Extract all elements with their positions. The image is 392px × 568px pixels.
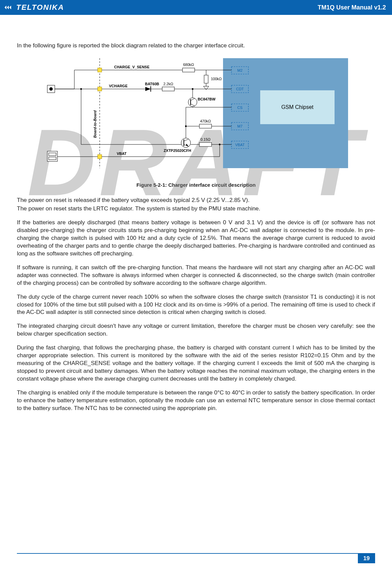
svg-rect-52: [199, 142, 212, 146]
figure-caption: Figure 5-2-1: Charger interface circuit …: [17, 182, 375, 188]
page-content: In the following figure is reported the …: [0, 15, 392, 412]
svg-rect-14: [98, 87, 102, 91]
charger-diagram: GSM Chipset M2 CDT CS M7 VBAT Board-to-B…: [44, 56, 348, 178]
para-1a: The power on reset is released if the ba…: [17, 197, 375, 204]
brand-icon: [4, 4, 14, 11]
pin-cs: CS: [237, 106, 242, 110]
svg-point-57: [219, 143, 221, 145]
r680k-label: 680kΩ: [183, 63, 194, 67]
svg-point-45: [192, 88, 194, 90]
bc847bw-label: BC847BW: [198, 97, 216, 101]
zxtp-label: ZXTP25020CFH: [164, 149, 191, 153]
header-bar: TELTONIKA TM1Q User Manual v1.2: [0, 0, 392, 15]
para-5: The integrated charging circuit doesn't …: [17, 322, 375, 338]
footer: 19: [17, 553, 375, 563]
pin-vbat: VBAT: [235, 143, 245, 147]
brand-text: TELTONIKA: [16, 3, 64, 12]
svg-rect-15: [98, 155, 102, 159]
svg-rect-13: [98, 68, 102, 72]
r2-2k-label: 2.2kΩ: [163, 82, 173, 86]
svg-rect-23: [204, 75, 208, 83]
r470k-label: 470kΩ: [200, 119, 211, 123]
board-to-board-label: Board-to-Board: [93, 110, 97, 138]
para-4: The duty cycle of the charge current nev…: [17, 293, 375, 317]
para-1b: The power on reset starts the LRTC regul…: [17, 205, 375, 213]
para-6: During the fast charging, that follows t…: [17, 344, 375, 383]
brand-logo: TELTONIKA: [4, 3, 64, 12]
pin-m2: M2: [237, 68, 242, 72]
intro-text: In the following figure is reported the …: [17, 42, 375, 50]
r0-15-label: 0.15Ω: [200, 137, 211, 141]
para-3: If software is running, it can switch of…: [17, 264, 375, 287]
svg-point-9: [49, 87, 53, 91]
chip-label: GSM Chipset: [281, 104, 314, 110]
vbat-label: VBAT: [117, 152, 126, 156]
svg-point-40: [188, 98, 197, 107]
svg-rect-48: [199, 124, 212, 128]
page-number: 19: [358, 554, 375, 563]
footer-rule: [17, 553, 375, 554]
svg-point-34: [181, 138, 191, 147]
figure-charger-interface: GSM Chipset M2 CDT CS M7 VBAT Board-to-B…: [44, 56, 348, 178]
para-7: The charging is enabled only if the modu…: [17, 389, 375, 412]
para-2: If the batteries are deeply discharged (…: [17, 219, 375, 258]
pin-m7: M7: [237, 124, 242, 128]
svg-point-50: [185, 125, 187, 127]
bat60b-label: BAT60B: [145, 82, 159, 86]
svg-rect-20: [182, 68, 195, 72]
vcharge-label: VCHARGE: [109, 84, 127, 88]
svg-rect-29: [162, 87, 174, 91]
doc-title: TM1Q User Manual v1.2: [318, 4, 386, 11]
pin-cdt: CDT: [236, 87, 244, 91]
r100k-label: 100kΩ: [211, 77, 222, 81]
svg-point-32: [80, 88, 82, 90]
charge-v-sense-label: CHARGE_V_SENSE: [114, 65, 150, 69]
